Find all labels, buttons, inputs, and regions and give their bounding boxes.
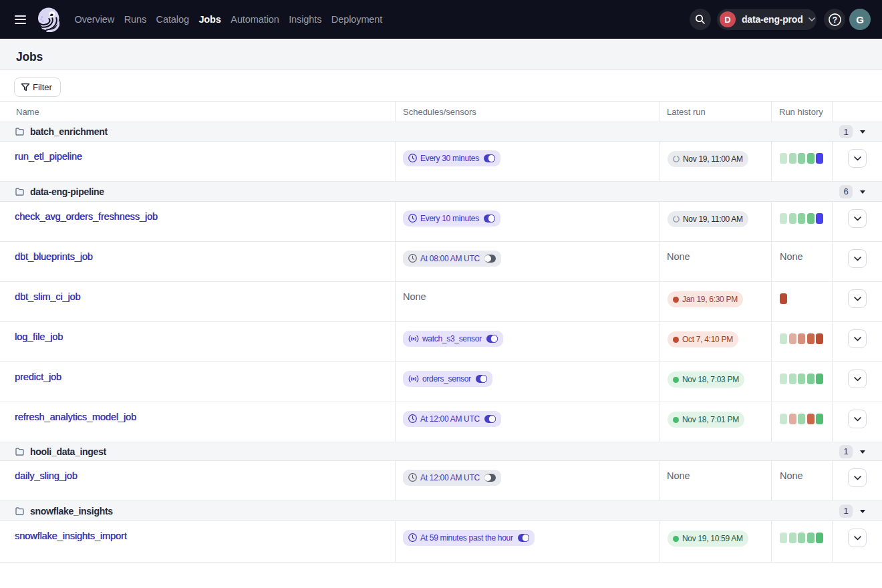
svg-text:?: ?: [832, 15, 837, 24]
